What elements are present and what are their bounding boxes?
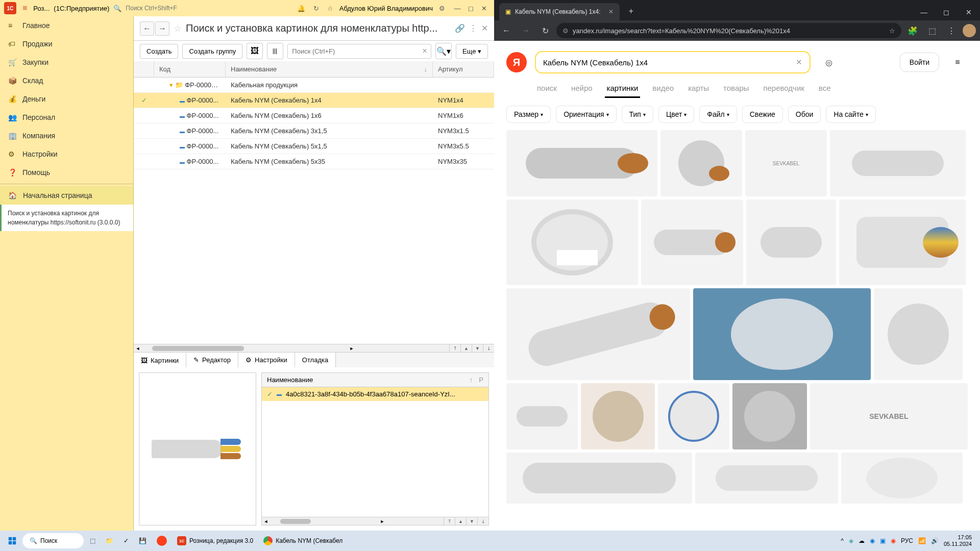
result-image[interactable] [693,288,871,380]
filter-button[interactable]: Свежие [742,106,783,123]
scroll-up-icon[interactable]: ▲ [455,517,466,525]
result-image[interactable] [830,130,966,196]
new-tab-button[interactable]: + [624,4,638,18]
h-scrollbar[interactable]: ◄ ► ⤒ ▲ ▼ ⤓ [134,344,494,352]
extension-icon[interactable]: 🧩 [904,22,921,39]
close-button[interactable]: ✕ [478,2,490,14]
taskbar-search[interactable]: 🔍Поиск [22,533,84,548]
start-button[interactable] [4,533,20,549]
bell-icon[interactable]: 🔔 [295,4,307,13]
sidebar-item-company[interactable]: 🏢Компания [0,127,133,145]
yandex-tab[interactable]: поиск [535,80,559,98]
scroll-down-icon[interactable]: ▼ [466,517,477,525]
sidebar-item-settings[interactable]: ⚙Настройки [0,145,133,163]
forward-button[interactable]: → [518,22,534,39]
browser-tab[interactable]: ▣ Кабель NYM (Севкабель) 1x4: ✕ [499,3,620,20]
app-icon[interactable]: ✓ [119,533,133,549]
close-tab-icon[interactable]: ✕ [481,23,488,33]
star-icon[interactable]: ☆ [174,23,182,34]
minimize-button[interactable]: — [451,2,463,14]
yandex-search-input[interactable] [543,58,796,67]
result-image[interactable] [658,383,729,449]
sidebar-item-money[interactable]: 💰Деньги [0,90,133,108]
burger-menu-icon[interactable]: ≡ [947,52,968,72]
create-group-button[interactable]: Создать группу [182,44,242,59]
volume-icon[interactable]: 🔊 [931,537,939,544]
link-icon[interactable]: 🔗 [455,23,465,33]
tray-icon[interactable]: ☁ [859,537,865,544]
scroll-bottom-icon[interactable]: ⤓ [483,344,494,353]
table-row[interactable]: ✓ ▬ ФР-0000... Кабель NYM (Севкабель) 1x… [134,93,494,108]
nav-forward-button[interactable]: → [155,21,169,36]
list-item[interactable]: ✓ ▬ 4a0c8321-3a8f-434b-b05b-4f3aa678a107… [262,387,488,401]
filter-button[interactable]: Цвет ▾ [658,106,694,123]
more-icon[interactable]: ⋮ [469,23,477,33]
language-indicator[interactable]: РУС [901,537,913,544]
filter-button[interactable]: На сайте ▾ [826,106,875,123]
table-row[interactable]: ▬ ФР-0000... Кабель NYM (Севкабель) 5x35… [134,154,494,169]
taskbar-app-chrome[interactable]: Кабель NYM (Севкабел [259,533,347,549]
reload-button[interactable]: ↻ [537,22,553,39]
profile-avatar[interactable] [963,24,976,37]
result-image[interactable] [506,453,692,504]
result-image[interactable] [641,199,743,285]
task-view-icon[interactable]: ⬚ [86,533,100,549]
yandex-tab[interactable]: видео [650,80,676,98]
more-button[interactable]: Еще ▾ [456,44,488,59]
tray-chevron-icon[interactable]: ^ [841,537,844,544]
table-row[interactable]: ▬ ФР-0000... Кабель NYM (Севкабель) 5x1,… [134,139,494,154]
sidebar-item-main[interactable]: ≡Главное [0,16,133,35]
menu-icon[interactable]: ⋮ [943,22,960,39]
settings-icon[interactable]: ⚙ [437,4,447,13]
table-row[interactable]: ▾ 📁 ФР-00000389 Кабельная продукция [134,78,494,93]
menu-icon[interactable]: ≡ [20,3,29,14]
address-bar[interactable]: ⚙ yandex.ru/images/search?text=Кабель%20… [556,23,901,38]
app-icon[interactable]: 💾 [135,533,151,549]
browser-minimize[interactable]: — [913,4,935,20]
list-h-scrollbar[interactable]: ◄ ► ⤒ ▲ ▼ ⤓ [262,517,488,525]
table-row[interactable]: ▬ ФР-0000... Кабель NYM (Севкабель) 1x6 … [134,108,494,123]
result-image[interactable] [581,383,655,449]
wifi-icon[interactable]: 📶 [918,537,926,544]
yandex-tab[interactable]: все [817,80,833,98]
filter-button[interactable]: Файл ▾ [699,106,737,123]
taskbar-app-1c[interactable]: 1CРозница, редакция 3.0 [173,533,257,549]
browser-maximize[interactable]: ◻ [935,4,958,20]
yandex-tab[interactable]: карты [686,80,711,98]
result-image[interactable] [506,288,690,380]
scroll-bottom-icon[interactable]: ⤓ [477,517,488,525]
barcode-icon-button[interactable]: ⫼ [267,43,283,59]
sidebar-item-help[interactable]: ❓Помощь [0,163,133,182]
clear-search-icon[interactable]: ✕ [796,58,802,67]
scroll-up-icon[interactable]: ▲ [460,344,472,353]
tray-icon[interactable]: ▣ [880,537,886,544]
sidebar-home[interactable]: 🏠Начальная страница [0,186,133,205]
result-image[interactable] [732,383,807,449]
yandex-browser-icon[interactable] [153,533,171,549]
result-image[interactable] [506,199,638,285]
result-image[interactable] [839,199,966,285]
table-row[interactable]: ▬ ФР-0000... Кабель NYM (Севкабель) 3x1,… [134,123,494,139]
sidebar-item-purchases[interactable]: 🛒Закупки [0,53,133,71]
filter-button[interactable]: Тип ▾ [622,106,653,123]
tray-icon[interactable]: ◈ [849,537,853,544]
yandex-tab[interactable]: товары [721,80,751,98]
browser-close[interactable]: ✕ [958,4,980,20]
filter-button[interactable]: Обои [788,106,821,123]
maximize-button[interactable]: ◻ [464,2,477,14]
filter-button[interactable]: Размер ▾ [506,106,551,123]
yandex-tab[interactable]: переводчик [761,80,806,98]
result-image[interactable] [874,288,963,380]
image-icon-button[interactable]: 🖼 [247,43,263,59]
extensions-icon[interactable]: ⬚ [924,22,940,39]
scroll-top-icon[interactable]: ⤒ [444,517,455,525]
sidebar-sub-item[interactable]: Поиск и установка картинок для номенклат… [0,205,133,231]
clock[interactable]: 17:05 05.11.2024 [944,534,976,547]
yandex-tab[interactable]: картинки [605,80,641,98]
scroll-top-icon[interactable]: ⤒ [449,344,460,353]
result-image[interactable] [695,453,838,504]
th-code[interactable]: Код [154,61,226,77]
sidebar-item-sales[interactable]: 🏷Продажи [0,35,133,53]
scroll-down-icon[interactable]: ▼ [472,344,483,353]
login-button[interactable]: Войти [900,53,939,72]
